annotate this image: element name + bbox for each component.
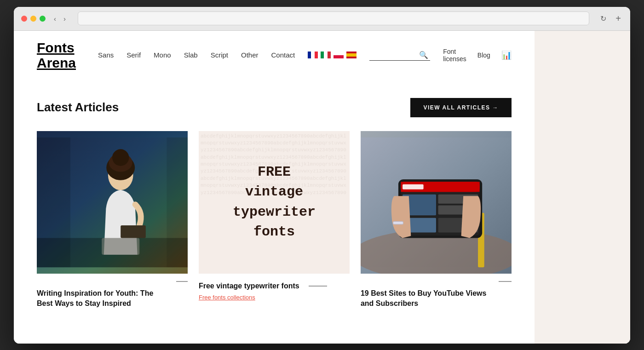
flag-polish[interactable] [334,52,344,58]
search-icon[interactable]: 🔍 [419,51,428,59]
article-title-1: Writing Inspiration for Youth: The Best … [37,288,169,309]
article-info-2: Free vintage typewriter fonts Free fonts… [199,281,327,301]
flag-italian[interactable] [321,52,331,58]
site-logo[interactable]: Fonts Arena [37,40,76,70]
nav-link-slab[interactable]: Slab [184,51,198,59]
nav-link-other[interactable]: Other [241,51,259,59]
view-all-articles-button[interactable]: VIEW ALL ARTICLES → [410,98,511,117]
font-licenses-link[interactable]: Font licenses [443,48,466,63]
svg-rect-17 [402,184,424,189]
section-header: Latest Articles VIEW ALL ARTICLES → [37,98,512,117]
article-dash-2 [309,286,327,287]
nav-link-sans[interactable]: Sans [98,51,114,59]
page-content: Fonts Arena Sans Serif Mono Slab Script … [14,31,630,344]
chart-icon[interactable]: 📊 [501,50,512,60]
nav-link-serif[interactable]: Serif [126,51,141,59]
browser-nav-buttons: ‹ › [51,13,69,24]
browser-titlebar: ‹ › ↻ + [14,7,630,31]
nav-right: Font licenses Blog 📊 [443,48,512,63]
tablet-illustration [361,131,512,274]
language-flags [308,52,356,58]
article-title-row-2: Free vintage typewriter fonts Free fonts… [199,281,350,301]
nav-link-mono[interactable]: Mono [154,51,171,59]
article-category-2[interactable]: Free fonts collections [199,294,327,301]
browser-window: ‹ › ↻ + Fonts Arena Sans Serif Mono Slab… [14,7,630,344]
search-input[interactable] [371,51,417,58]
nav-link-script[interactable]: Script [211,51,228,59]
article-card-3[interactable]: 19 Best Sites to Buy YouTube Views and S… [361,131,512,309]
forward-button[interactable]: › [61,13,69,24]
flag-spanish[interactable] [346,52,356,58]
nav-link-contact[interactable]: Contact [271,51,295,59]
article-card-1[interactable]: Writing Inspiration for Youth: The Best … [37,131,188,309]
article-card-2[interactable]: abcdefghijklmnopqrstuvwxyz1234567890abcd… [199,131,350,309]
new-tab-button[interactable]: + [614,11,623,26]
article-title-3: 19 Best Sites to Buy YouTube Views and S… [361,288,491,309]
back-button[interactable]: ‹ [51,13,59,24]
article-title-2: Free vintage typewriter fonts [199,282,299,290]
traffic-lights [21,16,46,22]
svg-rect-24 [393,222,403,224]
site-navigation: Fonts Arena Sans Serif Mono Slab Script … [14,31,535,80]
blog-link[interactable]: Blog [477,52,490,59]
section-title: Latest Articles [37,100,119,115]
svg-rect-9 [167,137,188,267]
right-sidebar [535,31,630,344]
main-area: Fonts Arena Sans Serif Mono Slab Script … [14,31,535,344]
refresh-button[interactable]: ↻ [598,12,608,25]
search-area[interactable]: 🔍 [369,50,430,61]
maximize-button[interactable] [40,16,46,22]
woman-illustration [37,131,188,274]
svg-point-4 [112,149,129,166]
article-image-2: abcdefghijklmnopqrstuvwxyz1234567890abcd… [199,131,350,274]
flag-french[interactable] [308,52,318,58]
article-dash-3 [499,281,512,282]
article-image-3 [361,131,512,274]
typewriter-text: FREEvintagetypewriterfonts [233,162,316,242]
svg-rect-8 [37,137,70,267]
address-bar[interactable] [78,11,589,25]
article-dash-1 [176,281,188,282]
close-button[interactable] [21,16,27,22]
minimize-button[interactable] [30,16,36,22]
article-title-row-3: 19 Best Sites to Buy YouTube Views and S… [361,281,512,309]
content-area: Latest Articles VIEW ALL ARTICLES → [14,80,535,327]
article-image-1 [37,131,188,274]
article-title-row-1: Writing Inspiration for Youth: The Best … [37,281,188,309]
svg-rect-6 [121,225,146,238]
articles-grid: Writing Inspiration for Youth: The Best … [37,131,512,309]
